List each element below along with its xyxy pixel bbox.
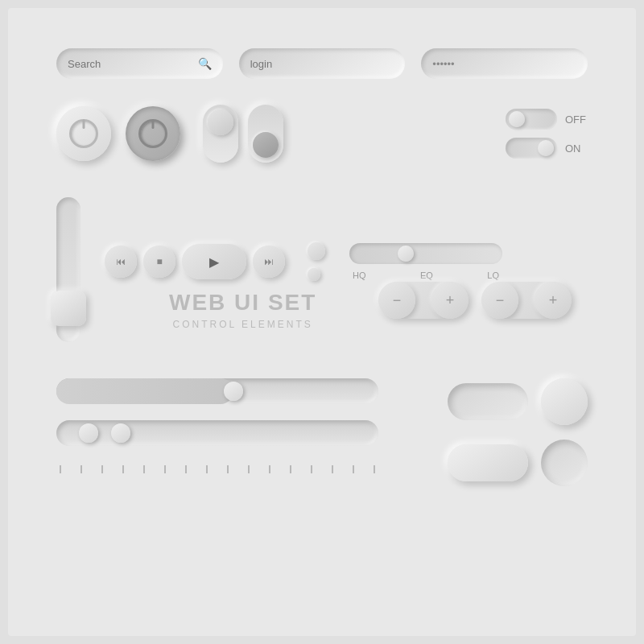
eq-label-hq: HQ (353, 270, 366, 280)
h-slider-2-thumb2[interactable] (111, 423, 130, 443)
eq-label-eq: EQ (420, 270, 433, 280)
slider-row (56, 378, 378, 473)
h-slider-1[interactable] (56, 378, 378, 404)
tick-5 (143, 465, 145, 473)
oval-button-2[interactable] (448, 444, 528, 481)
toggle-track-on[interactable] (506, 138, 557, 159)
stepper-1-plus[interactable]: + (431, 282, 469, 319)
vertical-slider[interactable] (56, 197, 80, 342)
login-field[interactable] (239, 48, 406, 79)
radio-button-2[interactable] (308, 268, 320, 281)
radio-button-1[interactable] (308, 242, 325, 260)
round-button-2-pressed[interactable] (541, 440, 588, 486)
play-button[interactable]: ▶ (182, 244, 246, 279)
input-row: 🔍 (56, 48, 588, 79)
stop-button[interactable]: ■ (143, 246, 175, 278)
tick-12 (290, 465, 291, 473)
round-button-1[interactable] (541, 378, 588, 425)
tick-10 (248, 465, 250, 473)
eq-slider-track[interactable] (349, 243, 502, 264)
button-group (448, 378, 588, 486)
stepper-1: − + (378, 282, 469, 319)
tick-6 (164, 465, 166, 473)
tick-2 (80, 465, 82, 473)
h-slider-2-thumb1[interactable] (79, 423, 98, 443)
main-subtitle: CONTROL ELEMENTS (169, 319, 316, 330)
pill-toggle-down[interactable] (248, 105, 283, 163)
toggle-thumb-off (509, 111, 525, 127)
radio-group (308, 242, 325, 281)
eq-slider-thumb[interactable] (398, 246, 414, 262)
tick-3 (101, 465, 103, 473)
toggle-on-label: ON (565, 142, 588, 155)
oval-button-1-pressed[interactable] (448, 383, 528, 420)
stepper-1-minus[interactable]: − (378, 282, 415, 319)
power-button-light[interactable] (56, 106, 111, 161)
media-player: ⏮ ■ ▶ ⏭ (105, 244, 285, 279)
pill-toggle-up[interactable] (203, 105, 238, 163)
search-field[interactable]: 🔍 (56, 48, 223, 79)
stepper-group: − + − + (378, 282, 572, 319)
vertical-slider-thumb[interactable] (51, 291, 86, 326)
rewind-button[interactable]: ⏮ (105, 246, 137, 278)
pill-toggle-group (203, 105, 283, 163)
toggle-off: OFF (506, 109, 588, 130)
tick-7 (185, 465, 187, 473)
password-input[interactable] (432, 58, 576, 70)
tick-4 (122, 465, 124, 473)
search-icon: 🔍 (198, 57, 212, 70)
onoff-toggle-group: OFF ON (506, 109, 588, 159)
button-row-2 (448, 440, 588, 486)
power-icon-light (69, 119, 98, 148)
login-input[interactable] (250, 58, 394, 70)
tick-11 (269, 465, 270, 473)
pill-thumb-down (253, 132, 279, 158)
canvas: 🔍 OFF (8, 8, 636, 636)
tick-9 (227, 465, 229, 473)
h-slider-1-thumb[interactable] (224, 382, 243, 401)
toggle-on: ON (506, 138, 588, 159)
eq-label-lq: LQ (487, 270, 499, 280)
eq-section: HQ EQ LQ (349, 243, 588, 280)
button-row-1 (448, 378, 588, 425)
h-slider-1-fill (56, 378, 233, 404)
power-icon-dark (138, 119, 167, 148)
main-title: WEB UI SET (169, 290, 316, 316)
tick-marks (56, 465, 378, 473)
tick-13 (311, 465, 312, 473)
tick-15 (353, 465, 354, 473)
stepper-2-minus[interactable]: − (481, 282, 518, 319)
pill-thumb-up (208, 109, 233, 135)
fast-forward-button[interactable]: ⏭ (253, 246, 285, 278)
toggle-thumb-on (538, 140, 554, 156)
h-slider-2[interactable] (56, 420, 378, 446)
password-field[interactable] (421, 48, 588, 79)
toggle-track-off[interactable] (506, 109, 557, 130)
search-input[interactable] (68, 58, 193, 70)
power-button-dark[interactable] (126, 106, 180, 161)
tick-8 (206, 465, 208, 473)
tick-16 (374, 465, 375, 473)
tick-1 (60, 465, 61, 473)
tick-14 (332, 465, 333, 473)
center-text-block: WEB UI SET CONTROL ELEMENTS (169, 290, 316, 330)
stepper-2: − + (481, 282, 572, 319)
stepper-2-plus[interactable]: + (535, 282, 572, 319)
toggle-off-label: OFF (565, 114, 588, 126)
controls-row: OFF ON (56, 105, 588, 163)
eq-labels: HQ EQ LQ (349, 270, 502, 280)
media-controls: ⏮ ■ ▶ ⏭ (105, 244, 285, 279)
